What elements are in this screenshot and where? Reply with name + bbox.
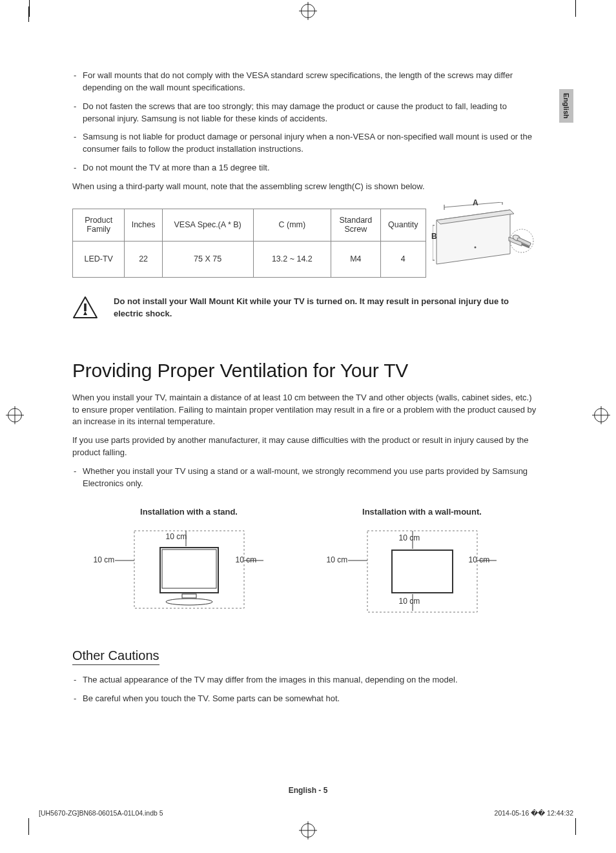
td-screw: M4 [331,241,380,277]
vent-paragraph-1: When you install your TV, maintain a dis… [72,392,539,429]
list-item: Samsung is not liable for product damage… [72,131,539,156]
section-heading-other-cautions: Other Cautions [72,648,159,665]
install-stand-diagram: 10 cm 10 cm 10 cm [86,524,293,621]
list-item: The actual appearance of the TV may diff… [72,674,539,686]
spec-table: Product Family Inches VESA Spec.(A * B) … [72,209,426,278]
language-tab: English [559,89,573,123]
th-inches: Inches [125,209,162,241]
vesa-diagram: A B [433,202,536,273]
language-tab-label: English [562,93,570,119]
th-c-mm: C (mm) [253,209,331,241]
th-product-family: Product Family [73,209,125,241]
warning-block: Do not install your Wall Mount Kit while… [72,296,539,321]
list-item: For wall mounts that do not comply with … [72,70,539,94]
crop-mark [560,6,576,22]
page-footer-meta: [UH5670-ZG]BN68-06015A-01L04.indb 5 2014… [39,809,573,817]
svg-point-21 [166,599,212,605]
registration-mark-icon [301,4,315,18]
table-row: Product Family Inches VESA Spec.(A * B) … [73,209,426,241]
install-wall-title: Installation with a wall-mount. [319,507,526,517]
svg-point-8 [475,246,477,248]
page-footer-center: English - 5 [0,786,616,795]
dist-right: 10 cm [469,555,490,564]
list-item: Be careful when you touch the TV. Some p… [72,693,539,705]
td-qty: 4 [380,241,426,277]
td-inches: 22 [125,241,162,277]
list-item: Do not fasten the screws that are too st… [72,101,539,125]
td-product-family: LED-TV [73,241,125,277]
th-vesa: VESA Spec.(A * B) [162,209,253,241]
wall-mount-notes: For wall mounts that do not comply with … [72,70,539,174]
td-vesa: 75 X 75 [162,241,253,277]
dist-top: 10 cm [166,532,187,541]
install-wall-diagram: 10 cm 10 cm 10 cm 10 cm [319,524,526,621]
page-content: For wall mounts that do not comply with … [72,70,539,711]
table-row: LED-TV 22 75 X 75 13.2 ~ 14.2 M4 4 [73,241,426,277]
footer-timestamp: 2014-05-16 �� 12:44:32 [495,809,573,817]
svg-rect-26 [392,550,453,593]
list-item: Whether you install your TV using a stan… [72,466,539,490]
vent-paragraph-2: If you use parts provided by another man… [72,435,539,459]
install-stand-title: Installation with a stand. [86,507,293,517]
dist-top: 10 cm [399,533,420,542]
dist-right: 10 cm [236,555,257,564]
svg-rect-20 [182,594,196,598]
th-qty: Quantity [380,209,426,241]
warning-text: Do not install your Wall Mount Kit while… [114,296,539,320]
svg-rect-15 [84,303,87,311]
dist-bottom: 10 cm [399,597,420,606]
installation-diagrams: Installation with a stand. 10 cm 10 cm 1… [72,507,539,621]
dist-left: 10 cm [327,555,348,564]
registration-mark-icon [301,823,315,838]
svg-rect-18 [160,548,218,593]
list-item: Do not mount the TV at more than a 15 de… [72,162,539,174]
crop-mark [28,6,44,22]
dist-left: 10 cm [94,555,115,564]
third-party-note: When using a third-party wall mount, not… [72,181,539,193]
th-screw: Standard Screw [331,209,380,241]
svg-marker-16 [83,311,87,315]
registration-mark-icon [8,408,22,422]
registration-mark-icon [594,408,608,422]
label-b: B [431,232,437,241]
td-c-mm: 13.2 ~ 14.2 [253,241,331,277]
label-a: A [473,198,478,207]
section-heading-ventilation: Providing Proper Ventilation for Your TV [72,360,539,382]
footer-file: [UH5670-ZG]BN68-06015A-01L04.indb 5 [39,809,163,817]
warning-icon [72,296,98,321]
